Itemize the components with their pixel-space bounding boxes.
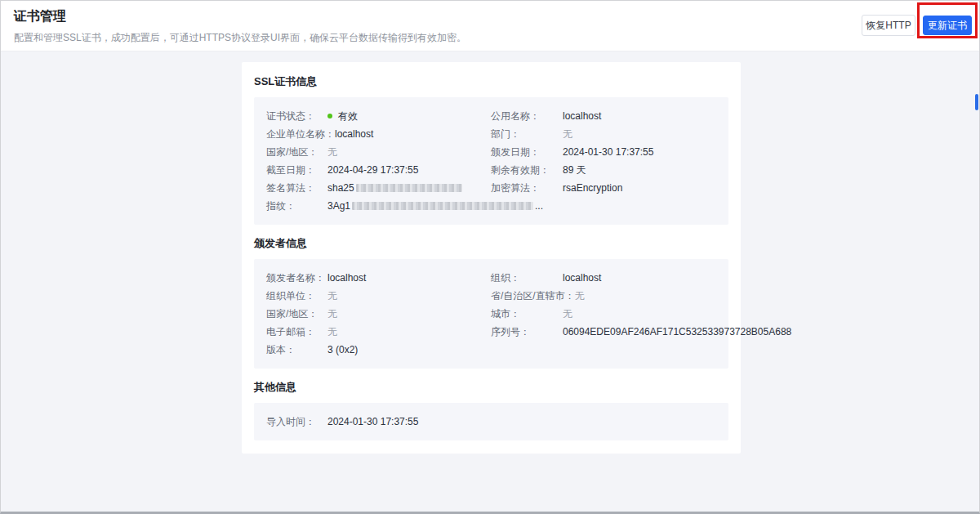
field-label: 加密算法： bbox=[491, 181, 563, 195]
field-row: 国家/地区：无城市：无 bbox=[266, 305, 716, 323]
field-row: 导入时间：2024-01-30 17:37:55 bbox=[266, 413, 716, 431]
field-label: 组织单位： bbox=[266, 289, 327, 303]
field-label: 城市： bbox=[491, 307, 563, 321]
field: 省/自治区/直辖市：无 bbox=[491, 289, 716, 303]
field: 公用名称：localhost bbox=[491, 110, 716, 123]
field-label: 电子邮箱： bbox=[266, 325, 327, 339]
masked-value-prefix: sha25 bbox=[327, 182, 354, 194]
section-box: 颁发者名称：localhost组织：localhost组织单位：无省/自治区/直… bbox=[254, 259, 728, 369]
field: 导入时间：2024-01-30 17:37:55 bbox=[266, 415, 491, 429]
field-value: 有效 bbox=[327, 110, 358, 123]
certificate-detail-card: SSL证书信息证书状态：有效公用名称：localhost企业单位名称：local… bbox=[242, 62, 741, 454]
field-value: localhost bbox=[335, 128, 373, 140]
field-row: 版本：3 (0x2) bbox=[266, 341, 716, 359]
field-row: 组织单位：无省/自治区/直辖市：无 bbox=[266, 287, 716, 305]
scrollbar-thumb[interactable] bbox=[975, 94, 978, 110]
field-value: 06094EDE09AF246AF171C532533973728B05A688 bbox=[563, 326, 791, 337]
field-row: 国家/地区：无颁发日期：2024-01-30 17:37:55 bbox=[266, 143, 716, 161]
field-value: localhost bbox=[327, 272, 366, 284]
field: 组织单位：无 bbox=[266, 289, 491, 303]
field: 序列号：06094EDE09AF246AF171C532533973728B05… bbox=[491, 325, 716, 339]
field-value: 3 (0x2) bbox=[327, 344, 358, 355]
field-value: 2024-04-29 17:37:55 bbox=[327, 164, 418, 176]
section-title: SSL证书信息 bbox=[254, 74, 728, 89]
field: 版本：3 (0x2) bbox=[266, 343, 491, 357]
field-row: 颁发者名称：localhost组织：localhost bbox=[266, 269, 716, 287]
page-title: 证书管理 bbox=[14, 8, 66, 25]
field: 截至日期：2024-04-29 17:37:55 bbox=[266, 163, 491, 177]
field-value: rsaEncryption bbox=[563, 182, 622, 194]
field: 指纹：3Ag1... bbox=[266, 199, 716, 213]
field-label: 签名算法： bbox=[266, 181, 327, 195]
field: 城市：无 bbox=[491, 307, 716, 321]
field-value: 3Ag1... bbox=[327, 200, 543, 212]
field-label: 国家/地区： bbox=[266, 307, 327, 321]
masked-value-prefix: 3Ag1 bbox=[327, 200, 350, 212]
field-value: localhost bbox=[563, 272, 601, 284]
field-row: 企业单位名称：localhost部门：无 bbox=[266, 125, 716, 143]
field-label: 组织： bbox=[491, 271, 563, 285]
status-text: 有效 bbox=[338, 110, 358, 123]
page-subtitle: 配置和管理SSL证书，成功配置后，可通过HTTPS协议登录UI界面，确保云平台数… bbox=[14, 31, 466, 45]
field-label: 版本： bbox=[266, 343, 327, 357]
field: 颁发者名称：localhost bbox=[266, 271, 491, 285]
section-box: 导入时间：2024-01-30 17:37:55 bbox=[254, 403, 728, 440]
field: 证书状态：有效 bbox=[266, 110, 491, 123]
content-area: SSL证书信息证书状态：有效公用名称：localhost企业单位名称：local… bbox=[1, 51, 979, 512]
field-label: 国家/地区： bbox=[266, 145, 327, 159]
field: 部门：无 bbox=[491, 127, 716, 141]
update-cert-button[interactable]: 更新证书 bbox=[923, 16, 972, 35]
field-label: 截至日期： bbox=[266, 163, 327, 177]
field-row: 证书状态：有效公用名称：localhost bbox=[266, 107, 716, 125]
field-value: 2024-01-30 17:37:55 bbox=[563, 146, 653, 158]
field-label: 证书状态： bbox=[266, 110, 327, 123]
field-value: 无 bbox=[563, 127, 572, 141]
section-title: 颁发者信息 bbox=[254, 236, 728, 251]
field-label: 序列号： bbox=[491, 325, 563, 339]
field-label: 剩余有效期： bbox=[491, 163, 563, 177]
field-value: localhost bbox=[563, 110, 601, 122]
field-value: 无 bbox=[563, 307, 572, 321]
status-valid-dot bbox=[327, 114, 332, 118]
field-label: 指纹： bbox=[266, 199, 327, 213]
field-label: 企业单位名称： bbox=[266, 127, 335, 141]
field-row: 电子邮箱：无序列号：06094EDE09AF246AF171C532533973… bbox=[266, 323, 716, 341]
field: 加密算法：rsaEncryption bbox=[491, 181, 716, 195]
field: 颁发日期：2024-01-30 17:37:55 bbox=[491, 145, 716, 159]
field-value: 无 bbox=[575, 289, 585, 303]
field-label: 导入时间： bbox=[266, 415, 327, 429]
field: 电子邮箱：无 bbox=[266, 325, 491, 339]
field-value: 无 bbox=[327, 307, 337, 321]
field: 组织：localhost bbox=[491, 271, 716, 285]
redacted-mosaic bbox=[352, 202, 533, 210]
field-value: 无 bbox=[327, 325, 337, 339]
field: 国家/地区：无 bbox=[266, 307, 491, 321]
field-value: 2024-01-30 17:37:55 bbox=[327, 416, 418, 427]
field-label: 颁发者名称： bbox=[266, 271, 327, 285]
field-label: 颁发日期： bbox=[491, 145, 563, 159]
field-row: 指纹：3Ag1... bbox=[266, 197, 716, 215]
field-label: 公用名称： bbox=[491, 110, 563, 123]
field-row: 截至日期：2024-04-29 17:37:55剩余有效期：89 天 bbox=[266, 161, 716, 179]
field-value: sha25 bbox=[327, 182, 462, 194]
field: 国家/地区：无 bbox=[266, 145, 491, 159]
field: 企业单位名称：localhost bbox=[266, 127, 491, 141]
section-box: 证书状态：有效公用名称：localhost企业单位名称：localhost部门：… bbox=[254, 97, 728, 225]
field-value: 89 天 bbox=[563, 163, 586, 177]
field-value: 无 bbox=[327, 289, 337, 303]
field: 签名算法：sha25 bbox=[266, 181, 491, 195]
field-label: 省/自治区/直辖市： bbox=[491, 289, 575, 303]
restore-http-button[interactable]: 恢复HTTP bbox=[862, 15, 915, 36]
field-row: 签名算法：sha25加密算法：rsaEncryption bbox=[266, 179, 716, 197]
field-label: 部门： bbox=[491, 127, 563, 141]
redacted-mosaic bbox=[356, 184, 462, 192]
field: 剩余有效期：89 天 bbox=[491, 163, 716, 177]
masked-value-suffix: ... bbox=[535, 200, 543, 212]
field-value: 无 bbox=[327, 145, 337, 159]
page-header: 证书管理 配置和管理SSL证书，成功配置后，可通过HTTPS协议登录UI界面，确… bbox=[1, 1, 979, 51]
section-title: 其他信息 bbox=[254, 380, 728, 395]
app-window: 证书管理 配置和管理SSL证书，成功配置后，可通过HTTPS协议登录UI界面，确… bbox=[0, 0, 980, 514]
